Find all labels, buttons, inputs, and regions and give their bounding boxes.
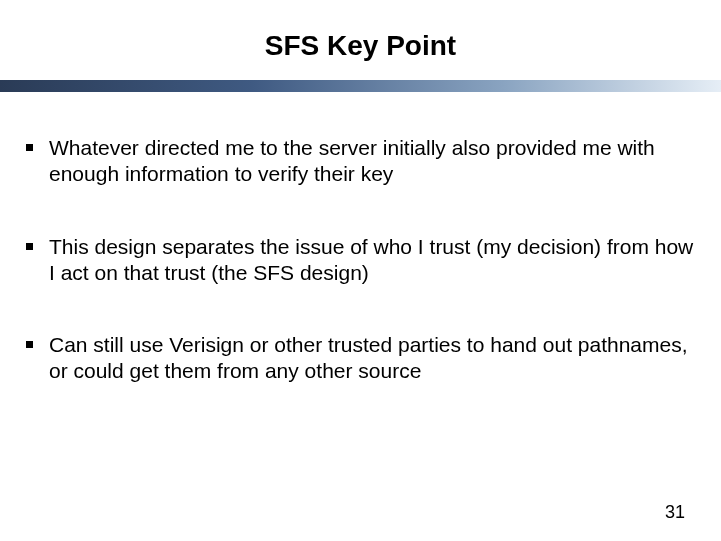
slide: SFS Key Point Whatever directed me to th… — [0, 0, 721, 541]
bullet-text: Whatever directed me to the server initi… — [49, 135, 695, 188]
bullet-list: Whatever directed me to the server initi… — [26, 135, 695, 431]
list-item: This design separates the issue of who I… — [26, 234, 695, 287]
bullet-icon — [26, 144, 33, 151]
list-item: Whatever directed me to the server initi… — [26, 135, 695, 188]
list-item: Can still use Verisign or other trusted … — [26, 332, 695, 385]
bullet-text: This design separates the issue of who I… — [49, 234, 695, 287]
slide-title: SFS Key Point — [0, 30, 721, 62]
bullet-text: Can still use Verisign or other trusted … — [49, 332, 695, 385]
bullet-icon — [26, 341, 33, 348]
bullet-icon — [26, 243, 33, 250]
page-number: 31 — [665, 502, 685, 523]
divider-bar — [0, 80, 721, 92]
